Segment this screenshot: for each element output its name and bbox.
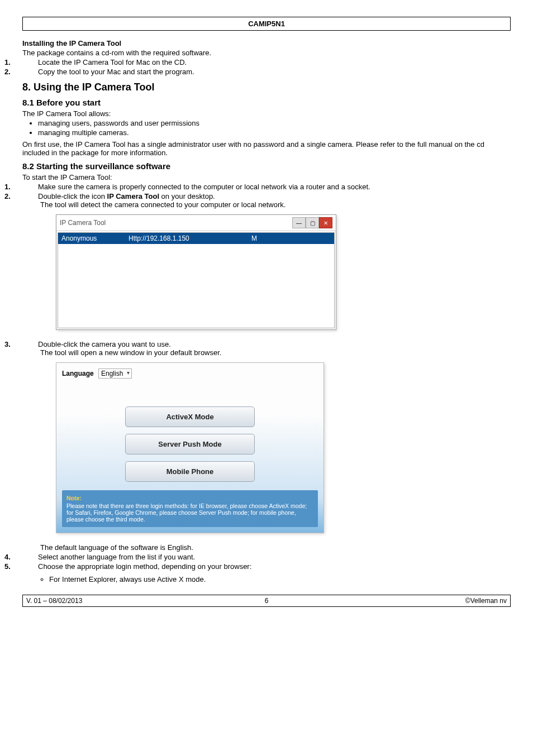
doc-header: CAMIP5N1 (22, 17, 511, 31)
section-8-2-heading: 8.2 Starting the surveillance software (22, 161, 511, 171)
language-label: Language (62, 370, 94, 377)
language-select[interactable]: English (98, 369, 132, 379)
window-title: IP Camera Tool (60, 219, 106, 227)
s82-step-2: 2.Double-click the icon IP Camera Tool o… (22, 192, 511, 209)
section-8-heading: 8. Using the IP Camera Tool (22, 82, 511, 93)
install-heading: Installing the IP Camera Tool (22, 39, 511, 47)
install-step-1-text: Locate the IP Camera Tool for Mac on the… (38, 58, 187, 66)
title-bar: IP Camera Tool — ▢ ✕ (56, 215, 336, 231)
s82-step-2-bold: IP Camera Tool (107, 192, 159, 200)
ip-camera-tool-window: IP Camera Tool — ▢ ✕ Anonymous Http://19… (56, 214, 336, 330)
close-button[interactable]: ✕ (319, 217, 332, 228)
camera-flag: M (251, 235, 268, 242)
title-bar-buttons: — ▢ ✕ (292, 217, 332, 228)
section-8-1-heading: 8.1 Before you start (22, 98, 511, 107)
login-window: Language English ActiveX Mode Server Pus… (56, 362, 324, 533)
s82-step-4: 4.Select another language from the list … (22, 553, 511, 561)
install-step-2-text: Copy the tool to your Mac and start the … (38, 68, 194, 76)
minimize-button[interactable]: — (292, 217, 306, 228)
camera-url: Http://192.168.1.150 (129, 235, 251, 242)
s82-step-3: 3.Double-click the camera you want to us… (22, 340, 511, 357)
footer-left: V. 01 – 08/02/2013 (26, 597, 187, 605)
note-title: Note: (66, 495, 313, 501)
camera-label: Anonymous (61, 235, 129, 242)
s81-bullet-2: managing multiple cameras. (38, 128, 511, 137)
server-push-mode-button[interactable]: Server Push Mode (125, 434, 255, 454)
s82-step-1: 1.Make sure the camera is properly conne… (22, 183, 511, 191)
s82-step-2-text-b: on your desktop. (159, 192, 215, 200)
section-8-1-intro: The IP Camera Tool allows: (22, 109, 511, 118)
s82-step-3-sub: The tool will open a new window in your … (40, 348, 221, 357)
s82-step-3-text: Double-click the camera you want to use. (38, 340, 171, 348)
mobile-phone-button[interactable]: Mobile Phone (125, 461, 255, 482)
install-step-1: 1.Locate the IP Camera Tool for Mac on t… (22, 58, 511, 66)
s82-step-5-text: Choose the appropriate login method, dep… (38, 562, 251, 571)
footer-right: ©Velleman nv (346, 597, 507, 605)
camera-row[interactable]: Anonymous Http://192.168.1.150 M (58, 233, 334, 244)
s81-bullet-1: managing users, passwords and user permi… (38, 119, 511, 127)
s82-step-2-sub: The tool will detect the camera connecte… (40, 200, 285, 209)
section-8-2-intro: To start the IP Camera Tool: (22, 173, 511, 181)
footer-page-number: 6 (187, 597, 347, 605)
install-intro: The package contains a cd-rom with the r… (22, 49, 511, 57)
section-8-1-post: On first use, the IP Camera Tool has a s… (22, 140, 511, 157)
after-login-text: The default language of the software is … (40, 543, 511, 552)
s82-step-5: 5.Choose the appropriate login method, d… (22, 562, 511, 571)
window-body: Anonymous Http://192.168.1.150 M (58, 232, 335, 328)
s82-step-2-text-a: Double-click the icon (38, 192, 107, 200)
s82-step-4-text: Select another language from the list if… (38, 553, 195, 561)
language-row: Language English (62, 369, 318, 379)
activex-mode-button[interactable]: ActiveX Mode (125, 406, 255, 427)
s82-step-1-text: Make sure the camera is properly connect… (38, 183, 370, 191)
note-box: Note: Please note that there are three l… (62, 490, 318, 527)
maximize-button[interactable]: ▢ (306, 217, 319, 228)
install-step-2: 2.Copy the tool to your Mac and start th… (22, 68, 511, 76)
footer: V. 01 – 08/02/2013 6 ©Velleman nv (22, 595, 511, 607)
s82-step-5-sub: For Internet Explorer, always use Active… (49, 575, 511, 583)
note-body: Please note that there are three login m… (66, 503, 307, 523)
